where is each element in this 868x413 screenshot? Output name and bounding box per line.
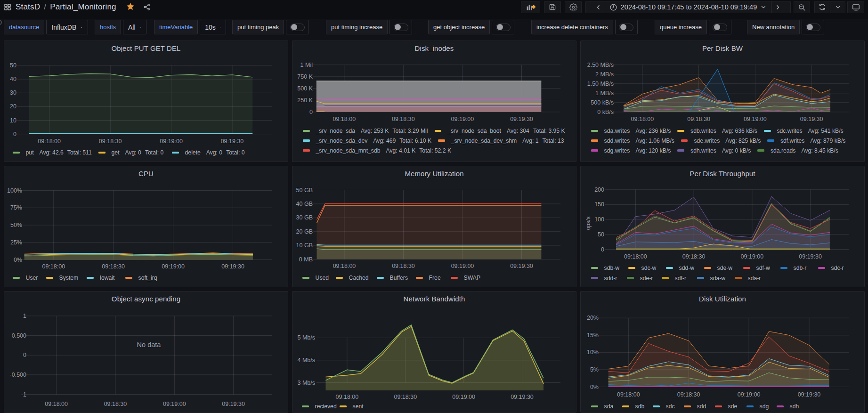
svg-text:200: 200 — [594, 186, 604, 193]
svg-text:30: 30 — [10, 89, 16, 96]
svg-text:2.50 MB/s: 2.50 MB/s — [587, 62, 614, 68]
svg-text:09:18:00: 09:18:00 — [333, 263, 356, 269]
svg-text:09:19:30: 09:19:30 — [798, 391, 821, 398]
svg-text:09:18:30: 09:18:30 — [392, 116, 415, 122]
svg-text:40 GB: 40 GB — [296, 201, 313, 207]
svg-text:09:18:30: 09:18:30 — [102, 263, 125, 270]
svg-text:09:18:00: 09:18:00 — [631, 116, 654, 122]
svg-text:09:18:00: 09:18:00 — [333, 116, 356, 122]
svg-text:0: 0 — [23, 352, 26, 358]
svg-text:10%: 10% — [587, 349, 599, 356]
svg-text:0: 0 — [309, 109, 313, 115]
svg-text:09:19:00: 09:19:00 — [741, 253, 764, 260]
svg-text:09:18:30: 09:18:30 — [687, 116, 710, 122]
svg-text:30 GB: 30 GB — [296, 214, 313, 221]
svg-text:20%: 20% — [587, 315, 599, 321]
svg-text:0%: 0% — [14, 257, 22, 263]
svg-text:0 MB: 0 MB — [299, 256, 313, 263]
svg-text:15%: 15% — [587, 332, 599, 339]
svg-text:50: 50 — [598, 231, 604, 238]
svg-text:09:19:00: 09:19:00 — [160, 138, 183, 145]
svg-text:09:19:30: 09:19:30 — [222, 401, 245, 407]
svg-text:750 K: 750 K — [297, 73, 313, 80]
svg-text:09:19:30: 09:19:30 — [221, 263, 244, 270]
svg-text:09:19:30: 09:19:30 — [511, 394, 534, 400]
svg-text:09:19:00: 09:19:00 — [163, 401, 186, 407]
svg-text:1 MB/s: 1 MB/s — [595, 90, 614, 97]
svg-text:40: 40 — [10, 76, 16, 82]
svg-text:09:18:00: 09:18:00 — [617, 391, 640, 398]
svg-text:0 kB/s: 0 kB/s — [597, 109, 614, 115]
svg-text:09:18:30: 09:18:30 — [104, 401, 127, 407]
svg-text:09:19:30: 09:19:30 — [221, 138, 244, 145]
svg-text:09:19:00: 09:19:00 — [451, 116, 474, 122]
svg-text:50: 50 — [10, 62, 16, 69]
svg-text:50 GB: 50 GB — [296, 187, 313, 194]
svg-text:0: 0 — [13, 131, 16, 138]
svg-text:09:18:00: 09:18:00 — [38, 138, 61, 145]
svg-text:-1: -1 — [21, 391, 26, 398]
svg-text:25%: 25% — [10, 239, 22, 246]
svg-text:100: 100 — [594, 216, 604, 223]
svg-text:09:18:30: 09:18:30 — [394, 394, 417, 400]
svg-text:09:19:30: 09:19:30 — [510, 263, 533, 269]
svg-text:09:19:00: 09:19:00 — [744, 116, 767, 122]
svg-text:5 Mb/s: 5 Mb/s — [297, 334, 315, 341]
svg-text:0: 0 — [601, 246, 604, 253]
svg-text:10 GB: 10 GB — [296, 242, 313, 249]
svg-text:09:19:00: 09:19:00 — [162, 263, 185, 270]
svg-text:09:18:30: 09:18:30 — [677, 391, 700, 398]
svg-text:5%: 5% — [590, 366, 599, 373]
svg-text:20 GB: 20 GB — [296, 228, 313, 235]
svg-text:20: 20 — [10, 103, 16, 110]
svg-text:09:18:00: 09:18:00 — [45, 401, 68, 407]
svg-text:500 K: 500 K — [297, 85, 313, 92]
svg-text:10: 10 — [10, 117, 16, 124]
svg-text:09:18:00: 09:18:00 — [42, 263, 65, 270]
svg-text:1 Mil: 1 Mil — [300, 62, 313, 68]
svg-text:09:19:30: 09:19:30 — [510, 116, 533, 122]
svg-text:75%: 75% — [10, 204, 22, 211]
svg-text:09:18:30: 09:18:30 — [682, 253, 706, 260]
svg-text:0.500: 0.500 — [12, 332, 26, 339]
svg-text:09:18:30: 09:18:30 — [99, 138, 122, 145]
svg-text:150: 150 — [594, 201, 604, 208]
svg-text:09:19:00: 09:19:00 — [452, 394, 475, 400]
svg-text:100%: 100% — [7, 187, 22, 194]
svg-text:500 kB/s: 500 kB/s — [591, 99, 614, 106]
svg-text:1.50 MB/s: 1.50 MB/s — [587, 81, 614, 87]
svg-text:50%: 50% — [10, 222, 22, 228]
svg-text:3 Mb/s: 3 Mb/s — [297, 380, 315, 386]
svg-text:1: 1 — [23, 313, 26, 319]
svg-text:-0.500: -0.500 — [10, 372, 26, 378]
svg-text:2 MB/s: 2 MB/s — [595, 71, 614, 78]
svg-text:09:18:00: 09:18:00 — [336, 394, 359, 400]
svg-text:09:19:00: 09:19:00 — [451, 263, 474, 269]
svg-text:09:19:00: 09:19:00 — [738, 391, 761, 398]
svg-text:0%: 0% — [590, 384, 599, 390]
svg-text:09:19:30: 09:19:30 — [799, 253, 822, 260]
svg-text:250 K: 250 K — [297, 97, 313, 104]
svg-text:09:18:00: 09:18:00 — [624, 253, 647, 260]
svg-text:09:19:30: 09:19:30 — [800, 116, 823, 122]
svg-text:4 Mb/s: 4 Mb/s — [297, 357, 315, 364]
svg-text:09:18:30: 09:18:30 — [392, 263, 415, 269]
